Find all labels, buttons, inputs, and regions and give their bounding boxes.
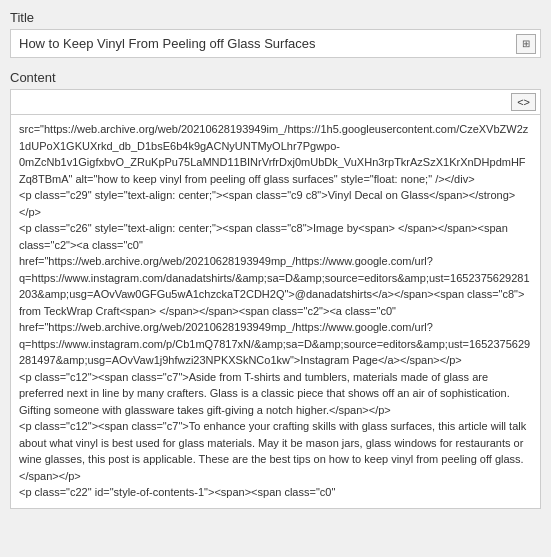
title-group: Title ⊞ xyxy=(10,10,541,58)
title-input[interactable] xyxy=(11,30,540,57)
content-toolbar: <> xyxy=(11,90,540,115)
title-label: Title xyxy=(10,10,541,25)
content-group: Content <> xyxy=(10,70,541,509)
code-toggle-button[interactable]: <> xyxy=(511,93,536,111)
title-expand-icon[interactable]: ⊞ xyxy=(516,34,536,54)
content-textarea[interactable] xyxy=(11,115,540,505)
title-input-wrapper: ⊞ xyxy=(10,29,541,58)
content-area-wrapper: <> xyxy=(10,89,541,509)
content-label: Content xyxy=(10,70,541,85)
